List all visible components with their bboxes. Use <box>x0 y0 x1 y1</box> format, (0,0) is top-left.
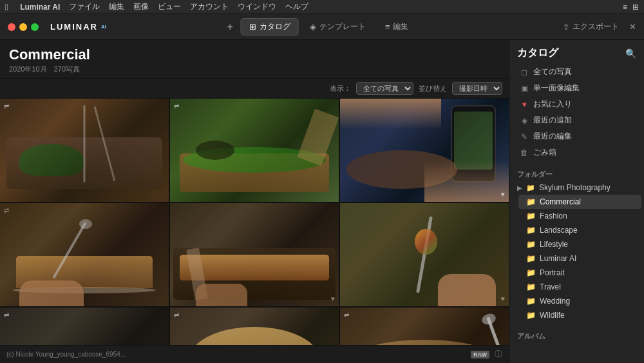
maximize-button[interactable] <box>31 23 39 31</box>
content-header: Commercial 2020年10月 270写真 <box>0 40 509 79</box>
trash-icon: 🗑 <box>520 148 529 157</box>
sidebar-item-fashion[interactable]: 📁 Fashion <box>518 209 641 223</box>
sidebar-header: カタログ 🔍 <box>509 40 644 64</box>
photo-detail-3 <box>340 99 509 202</box>
add-tab-button[interactable]: + <box>227 21 233 33</box>
menu-account[interactable]: アカウント <box>190 1 229 12</box>
favorite-icon-5: ♥ <box>330 295 335 302</box>
sidebar-item-recent-add[interactable]: ◈ 最近の追加 <box>512 112 641 128</box>
apple-menu[interactable]:  <box>5 2 8 12</box>
sidebar-item-wildlife[interactable]: 📁 Wildlife <box>518 308 641 322</box>
show-select[interactable]: 全ての写真 <box>356 82 413 95</box>
menu-window[interactable]: ウインドウ <box>238 1 276 12</box>
logo-ai: AI <box>101 24 106 30</box>
bottom-bar: (c) Nicole Young_young_caboose_6954... R… <box>0 345 509 363</box>
folder-lifestyle-label: Lifestyle <box>540 240 568 249</box>
close-button[interactable] <box>8 23 15 31</box>
folder-parent[interactable]: ▶ 📁 Skylum Photography <box>509 181 644 195</box>
folder-parent-label: Skylum Photography <box>539 183 611 192</box>
sidebar: カタログ 🔍 ◻ 全ての写真 ▣ 単一面像編集 ♥ お気に入り ◈ 最近の追加 … <box>509 40 644 363</box>
sort-select[interactable]: 撮影日時 <box>452 82 502 95</box>
app-name[interactable]: Luminar AI <box>20 3 60 12</box>
folder-wedding-icon: 📁 <box>526 297 535 306</box>
sidebar-item-trash[interactable]: 🗑 ごみ箱 <box>512 144 641 161</box>
albums-section: アルバム <box>509 328 644 342</box>
photo-cell-4[interactable]: ⇌ <box>0 203 169 306</box>
folders-section: フォルダー ▶ 📁 Skylum Photography 📁 Commercia… <box>509 166 644 322</box>
menubar-icon-2[interactable]: ⊞ <box>632 3 639 12</box>
menu-help[interactable]: ヘルプ <box>285 1 308 12</box>
sidebar-item-wedding[interactable]: 📁 Wedding <box>518 294 641 308</box>
photo-detail-6 <box>340 203 509 306</box>
minimize-button[interactable] <box>19 23 27 31</box>
menubar-right: ≡ ⊞ <box>623 3 639 12</box>
sidebar-item-landscape[interactable]: 📁 Landscape <box>518 223 641 237</box>
photo-cell-6[interactable]: ♥ <box>340 203 509 306</box>
tab-catalog[interactable]: ⊞ カタログ <box>241 18 299 35</box>
adjust-icon-8: ⇌ <box>174 311 179 319</box>
photo-cell-1[interactable]: ⇌ <box>0 99 169 202</box>
tab-edit[interactable]: ≡ 編集 <box>377 18 417 35</box>
chevron-down-icon: ▶ <box>517 184 522 191</box>
adjust-icon-2: ⇌ <box>174 103 179 110</box>
recent-edit-label: 最近の編集 <box>533 131 572 142</box>
sidebar-item-all[interactable]: ◻ 全ての写真 <box>512 64 641 80</box>
raw-badge: RAW <box>471 351 489 358</box>
favorite-icon-6: ♥ <box>500 295 505 302</box>
all-photos-icon: ◻ <box>520 68 529 77</box>
adjust-icon-4: ⇌ <box>4 207 9 214</box>
titlebar-tabs: + ⊞ カタログ ◈ テンプレート ≡ 編集 <box>227 18 417 35</box>
edit-tab-label: 編集 <box>393 21 408 32</box>
tab-template[interactable]: ◈ テンプレート <box>301 18 374 35</box>
trash-label: ごみ箱 <box>533 147 556 158</box>
menu-view[interactable]: ビュー <box>158 1 181 12</box>
sidebar-item-lifestyle[interactable]: 📁 Lifestyle <box>518 237 641 251</box>
sidebar-item-luminar[interactable]: 📁 Luminar AI <box>518 251 641 266</box>
menu-file[interactable]: ファイル <box>69 1 100 12</box>
show-label: 表示： <box>330 84 351 93</box>
folder-wildlife-icon: 📁 <box>526 311 535 320</box>
menubar-icon-1[interactable]: ≡ <box>623 3 627 12</box>
search-icon[interactable]: 🔍 <box>625 48 636 59</box>
menubar:  Luminar AI ファイル 編集 画像 ビュー アカウント ウインドウ … <box>0 0 644 14</box>
sidebar-item-travel[interactable]: 📁 Travel <box>518 280 641 294</box>
photo-grid: ⇌ ⇌ <box>0 99 509 363</box>
sidebar-item-portrait[interactable]: 📁 Portrait <box>518 266 641 280</box>
recent-add-icon: ◈ <box>520 116 529 125</box>
photo-cell-2[interactable]: ⇌ <box>170 99 339 202</box>
menu-image[interactable]: 画像 <box>133 1 149 12</box>
folders-label: フォルダー <box>509 166 644 181</box>
folder-landscape-label: Landscape <box>540 226 578 235</box>
photo-cell-5[interactable]: ♥ <box>170 203 339 306</box>
sidebar-item-commercial[interactable]: 📁 Commercial <box>518 195 641 209</box>
sidebar-item-recent-edit[interactable]: ✎ 最近の編集 <box>512 128 641 144</box>
folder-fashion-icon: 📁 <box>526 211 535 221</box>
favorite-icon-3: ♥ <box>500 190 505 198</box>
info-icon[interactable]: ⓘ <box>495 349 502 360</box>
menu-edit[interactable]: 編集 <box>109 1 124 12</box>
adjust-icon-7: ⇌ <box>4 311 9 319</box>
sidebar-item-favorites[interactable]: ♥ お気に入り <box>512 96 641 112</box>
logo-text: LUMINAR <box>50 22 98 32</box>
photo-cell-3[interactable]: ♥ <box>340 99 509 202</box>
single-edit-icon: ▣ <box>520 84 529 93</box>
all-photos-label: 全ての写真 <box>533 66 572 77</box>
single-edit-label: 単一面像編集 <box>533 83 580 93</box>
close-icon[interactable]: ✕ <box>629 22 636 32</box>
folder-landscape-icon: 📁 <box>526 226 535 235</box>
folder-commercial-icon: 📁 <box>526 197 535 206</box>
folder-wedding-label: Wedding <box>540 297 570 306</box>
page-subtitle: 2020年10月 270写真 <box>9 64 500 74</box>
folder-icon: 📁 <box>526 184 535 192</box>
export-button[interactable]: ⇧ エクスポート <box>558 19 624 34</box>
sidebar-item-single[interactable]: ▣ 単一面像編集 <box>512 80 641 96</box>
folder-wildlife-label: Wildlife <box>540 311 565 320</box>
albums-label: アルバム <box>509 328 644 342</box>
export-label: エクスポート <box>573 21 619 32</box>
folder-portrait-icon: 📁 <box>526 268 535 277</box>
content-toolbar: 表示： 全ての写真 並び替え 撮影日時 <box>0 79 509 99</box>
folder-fashion-label: Fashion <box>540 211 567 221</box>
logo: LUMINARAI <box>50 22 106 32</box>
photo-detail-4 <box>0 203 169 306</box>
recent-edit-icon: ✎ <box>520 132 529 141</box>
